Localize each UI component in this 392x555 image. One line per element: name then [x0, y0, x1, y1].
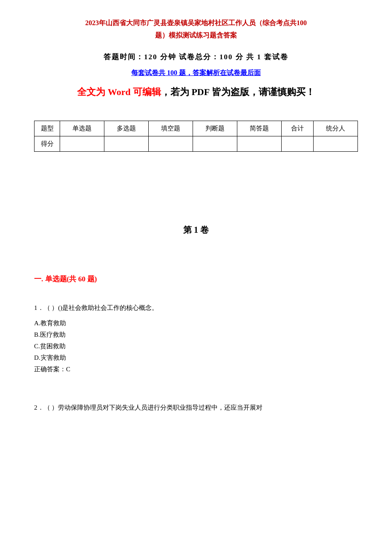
- exam-notice: 每套试卷共 100 题，答案解析在试卷最后面: [34, 69, 358, 78]
- question-1-option-a: A.教育救助: [34, 318, 358, 329]
- question-1-text: 1．（ ）()是社会救助社会工作的核心概念。: [34, 303, 358, 314]
- question-1: 1．（ ）()是社会救助社会工作的核心概念。 A.教育救助 B.医疗救助 C.贫…: [34, 303, 358, 374]
- score-short: [237, 136, 281, 151]
- table-header-row: 题型 单选题 多选题 填空题 判断题 简答题 合计 统分人: [35, 121, 358, 136]
- question-2-text: 2．（ ）劳动保障协理员对下岗失业人员进行分类职业指导过程中，还应当开展对: [34, 402, 358, 413]
- volume-title: 第 1 卷: [34, 224, 358, 236]
- score-scorer: [313, 136, 357, 151]
- section-title: 一. 单选题(共 60 题): [34, 274, 358, 284]
- row-score-label: 得分: [35, 136, 60, 151]
- col-judge: 判断题: [193, 121, 237, 136]
- warning-suffix: ，若为 PDF 皆为盗版，请谨慎购买！: [161, 87, 315, 97]
- score-multi: [104, 136, 148, 151]
- col-type: 题型: [35, 121, 60, 136]
- col-short: 简答题: [237, 121, 281, 136]
- score-total: [281, 136, 313, 151]
- page-title: 2023年山西省大同市广灵县壶泉镇吴家地村社区工作人员（综合考点共100 题）模…: [34, 17, 358, 42]
- exam-info: 答题时间：120 分钟 试卷总分：100 分 共 1 套试卷: [34, 52, 358, 62]
- col-scorer: 统分人: [313, 121, 357, 136]
- question-1-answer: 正确答案：C: [34, 365, 358, 373]
- col-multi: 多选题: [104, 121, 148, 136]
- table-score-row: 得分: [35, 136, 358, 151]
- score-table: 题型 单选题 多选题 填空题 判断题 简答题 合计 统分人 得分: [34, 121, 358, 152]
- col-total: 合计: [281, 121, 313, 136]
- question-2: 2．（ ）劳动保障协理员对下岗失业人员进行分类职业指导过程中，还应当开展对: [34, 402, 358, 413]
- col-fill: 填空题: [148, 121, 193, 136]
- question-1-option-c: C.贫困救助: [34, 341, 358, 352]
- score-judge: [193, 136, 237, 151]
- col-single: 单选题: [60, 121, 104, 136]
- score-single: [60, 136, 104, 151]
- question-1-option-d: D.灾害救助: [34, 352, 358, 364]
- exam-warning: 全文为 Word 可编辑，若为 PDF 皆为盗版，请谨慎购买！: [34, 84, 358, 99]
- score-fill: [148, 136, 193, 151]
- question-1-option-b: B.医疗救助: [34, 329, 358, 341]
- warning-word-editable: 全文为 Word 可编辑: [77, 87, 161, 97]
